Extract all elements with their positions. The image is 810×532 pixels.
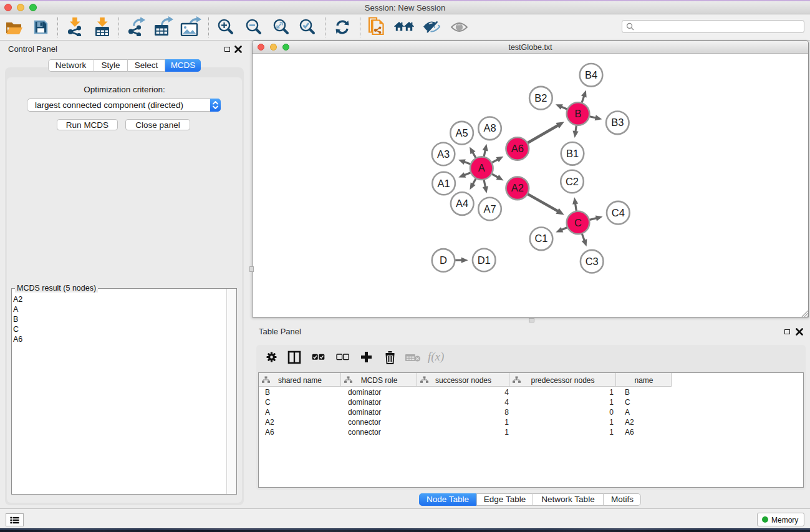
svg-text:C: C — [574, 217, 582, 228]
svg-text:A3: A3 — [437, 148, 450, 160]
svg-text:A2: A2 — [511, 182, 524, 193]
svg-text:C2: C2 — [566, 176, 579, 187]
svg-text:A8: A8 — [483, 122, 496, 133]
svg-text:C1: C1 — [534, 233, 547, 244]
svg-text:A7: A7 — [483, 203, 496, 215]
svg-text:A4: A4 — [456, 198, 468, 209]
svg-text:D1: D1 — [478, 254, 491, 266]
svg-text:A5: A5 — [456, 127, 468, 138]
svg-text:A1: A1 — [438, 178, 450, 189]
svg-text:B3: B3 — [611, 117, 624, 128]
svg-text:A6: A6 — [511, 143, 524, 154]
svg-text:B1: B1 — [566, 148, 579, 159]
svg-text:B2: B2 — [534, 92, 547, 104]
svg-text:B4: B4 — [585, 69, 597, 80]
svg-text:B: B — [574, 108, 581, 119]
svg-text:A: A — [478, 162, 485, 173]
svg-text:C3: C3 — [586, 256, 599, 267]
svg-text:D: D — [440, 254, 447, 266]
svg-text:C4: C4 — [612, 207, 625, 218]
